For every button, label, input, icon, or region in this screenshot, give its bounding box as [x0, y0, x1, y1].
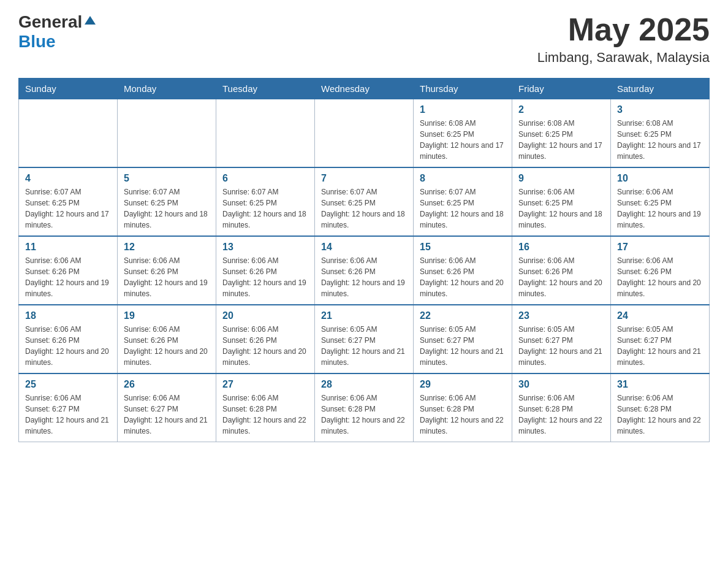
day-info: Sunrise: 6:06 AMSunset: 6:26 PMDaylight:…	[420, 255, 506, 299]
calendar-cell: 1Sunrise: 6:08 AMSunset: 6:25 PMDaylight…	[414, 99, 512, 168]
day-number: 17	[617, 242, 703, 253]
weekday-header-friday: Friday	[512, 79, 611, 99]
logo-arrow-icon	[85, 15, 96, 28]
day-number: 12	[124, 242, 210, 253]
day-number: 9	[518, 173, 604, 184]
day-info: Sunrise: 6:07 AMSunset: 6:25 PMDaylight:…	[420, 186, 506, 231]
day-info: Sunrise: 6:06 AMSunset: 6:26 PMDaylight:…	[321, 255, 407, 299]
calendar-cell: 19Sunrise: 6:06 AMSunset: 6:26 PMDayligh…	[118, 305, 216, 373]
day-info: Sunrise: 6:05 AMSunset: 6:27 PMDaylight:…	[518, 324, 604, 368]
calendar-cell	[216, 99, 315, 168]
day-info: Sunrise: 6:06 AMSunset: 6:26 PMDaylight:…	[124, 324, 210, 368]
weekday-header-thursday: Thursday	[414, 79, 512, 99]
week-row-4: 18Sunrise: 6:06 AMSunset: 6:26 PMDayligh…	[19, 305, 710, 373]
day-number: 25	[25, 379, 111, 390]
calendar-cell: 13Sunrise: 6:06 AMSunset: 6:26 PMDayligh…	[216, 236, 315, 305]
day-number: 5	[124, 173, 210, 184]
day-number: 29	[420, 379, 506, 390]
calendar-cell: 4Sunrise: 6:07 AMSunset: 6:25 PMDaylight…	[19, 167, 118, 236]
day-number: 18	[25, 310, 111, 321]
calendar-cell: 5Sunrise: 6:07 AMSunset: 6:25 PMDaylight…	[118, 167, 216, 236]
day-info: Sunrise: 6:05 AMSunset: 6:27 PMDaylight:…	[420, 324, 506, 368]
calendar-table: SundayMondayTuesdayWednesdayThursdayFrid…	[18, 78, 710, 442]
calendar-cell: 14Sunrise: 6:06 AMSunset: 6:26 PMDayligh…	[315, 236, 414, 305]
day-number: 27	[222, 379, 308, 390]
svg-marker-0	[85, 16, 96, 25]
day-number: 31	[617, 379, 703, 390]
day-info: Sunrise: 6:07 AMSunset: 6:25 PMDaylight:…	[25, 186, 111, 231]
day-info: Sunrise: 6:06 AMSunset: 6:25 PMDaylight:…	[617, 186, 703, 231]
day-info: Sunrise: 6:05 AMSunset: 6:27 PMDaylight:…	[321, 324, 407, 368]
calendar-cell: 26Sunrise: 6:06 AMSunset: 6:27 PMDayligh…	[118, 373, 216, 442]
day-info: Sunrise: 6:06 AMSunset: 6:28 PMDaylight:…	[518, 393, 604, 437]
calendar-cell: 10Sunrise: 6:06 AMSunset: 6:25 PMDayligh…	[611, 167, 710, 236]
week-row-3: 11Sunrise: 6:06 AMSunset: 6:26 PMDayligh…	[19, 236, 710, 305]
day-info: Sunrise: 6:08 AMSunset: 6:25 PMDaylight:…	[420, 118, 506, 162]
calendar-cell: 17Sunrise: 6:06 AMSunset: 6:26 PMDayligh…	[611, 236, 710, 305]
calendar-cell: 27Sunrise: 6:06 AMSunset: 6:28 PMDayligh…	[216, 373, 315, 442]
logo-blue-text: Blue	[18, 32, 56, 51]
calendar-cell: 11Sunrise: 6:06 AMSunset: 6:26 PMDayligh…	[19, 236, 118, 305]
calendar-cell: 30Sunrise: 6:06 AMSunset: 6:28 PMDayligh…	[512, 373, 611, 442]
day-number: 23	[518, 310, 604, 321]
calendar-cell: 16Sunrise: 6:06 AMSunset: 6:26 PMDayligh…	[512, 236, 611, 305]
logo-general-text: General	[18, 12, 82, 32]
page-header: General Blue May 2025 Limbang, Sarawak, …	[18, 12, 710, 66]
day-number: 26	[124, 379, 210, 390]
day-info: Sunrise: 6:07 AMSunset: 6:25 PMDaylight:…	[222, 186, 308, 231]
day-number: 15	[420, 242, 506, 253]
day-number: 24	[617, 310, 703, 321]
weekday-header-wednesday: Wednesday	[315, 79, 414, 99]
day-info: Sunrise: 6:06 AMSunset: 6:25 PMDaylight:…	[518, 186, 604, 231]
day-number: 6	[222, 173, 308, 184]
day-info: Sunrise: 6:08 AMSunset: 6:25 PMDaylight:…	[518, 118, 604, 162]
calendar-cell: 20Sunrise: 6:06 AMSunset: 6:26 PMDayligh…	[216, 305, 315, 373]
day-info: Sunrise: 6:06 AMSunset: 6:28 PMDaylight:…	[222, 393, 308, 437]
day-info: Sunrise: 6:06 AMSunset: 6:26 PMDaylight:…	[222, 324, 308, 368]
calendar-cell: 25Sunrise: 6:06 AMSunset: 6:27 PMDayligh…	[19, 373, 118, 442]
month-title: May 2025	[537, 12, 710, 47]
day-number: 19	[124, 310, 210, 321]
week-row-2: 4Sunrise: 6:07 AMSunset: 6:25 PMDaylight…	[19, 167, 710, 236]
calendar-cell: 12Sunrise: 6:06 AMSunset: 6:26 PMDayligh…	[118, 236, 216, 305]
calendar-cell: 2Sunrise: 6:08 AMSunset: 6:25 PMDaylight…	[512, 99, 611, 168]
day-info: Sunrise: 6:06 AMSunset: 6:27 PMDaylight:…	[25, 393, 111, 437]
calendar-cell: 18Sunrise: 6:06 AMSunset: 6:26 PMDayligh…	[19, 305, 118, 373]
day-info: Sunrise: 6:06 AMSunset: 6:28 PMDaylight:…	[420, 393, 506, 437]
calendar-cell	[315, 99, 414, 168]
calendar-cell: 29Sunrise: 6:06 AMSunset: 6:28 PMDayligh…	[414, 373, 512, 442]
day-number: 14	[321, 242, 407, 253]
calendar-cell: 3Sunrise: 6:08 AMSunset: 6:25 PMDaylight…	[611, 99, 710, 168]
day-number: 13	[222, 242, 308, 253]
day-info: Sunrise: 6:06 AMSunset: 6:26 PMDaylight:…	[25, 255, 111, 299]
calendar-cell	[19, 99, 118, 168]
day-info: Sunrise: 6:06 AMSunset: 6:28 PMDaylight:…	[321, 393, 407, 437]
week-row-1: 1Sunrise: 6:08 AMSunset: 6:25 PMDaylight…	[19, 99, 710, 168]
weekday-header-saturday: Saturday	[611, 79, 710, 99]
day-info: Sunrise: 6:06 AMSunset: 6:27 PMDaylight:…	[124, 393, 210, 437]
day-number: 16	[518, 242, 604, 253]
day-number: 22	[420, 310, 506, 321]
weekday-header-row: SundayMondayTuesdayWednesdayThursdayFrid…	[19, 79, 710, 99]
day-info: Sunrise: 6:06 AMSunset: 6:26 PMDaylight:…	[124, 255, 210, 299]
weekday-header-tuesday: Tuesday	[216, 79, 315, 99]
logo: General Blue	[18, 12, 96, 52]
day-number: 21	[321, 310, 407, 321]
calendar-cell: 28Sunrise: 6:06 AMSunset: 6:28 PMDayligh…	[315, 373, 414, 442]
calendar-cell: 21Sunrise: 6:05 AMSunset: 6:27 PMDayligh…	[315, 305, 414, 373]
day-number: 30	[518, 379, 604, 390]
location-title: Limbang, Sarawak, Malaysia	[537, 50, 710, 66]
day-number: 10	[617, 173, 703, 184]
day-number: 28	[321, 379, 407, 390]
day-info: Sunrise: 6:06 AMSunset: 6:26 PMDaylight:…	[25, 324, 111, 368]
day-info: Sunrise: 6:05 AMSunset: 6:27 PMDaylight:…	[617, 324, 703, 368]
calendar-cell: 24Sunrise: 6:05 AMSunset: 6:27 PMDayligh…	[611, 305, 710, 373]
calendar-cell	[118, 99, 216, 168]
weekday-header-monday: Monday	[118, 79, 216, 99]
day-info: Sunrise: 6:06 AMSunset: 6:26 PMDaylight:…	[222, 255, 308, 299]
day-number: 2	[518, 104, 604, 115]
calendar-cell: 31Sunrise: 6:06 AMSunset: 6:28 PMDayligh…	[611, 373, 710, 442]
calendar-cell: 6Sunrise: 6:07 AMSunset: 6:25 PMDaylight…	[216, 167, 315, 236]
day-info: Sunrise: 6:06 AMSunset: 6:26 PMDaylight:…	[518, 255, 604, 299]
calendar-cell: 7Sunrise: 6:07 AMSunset: 6:25 PMDaylight…	[315, 167, 414, 236]
